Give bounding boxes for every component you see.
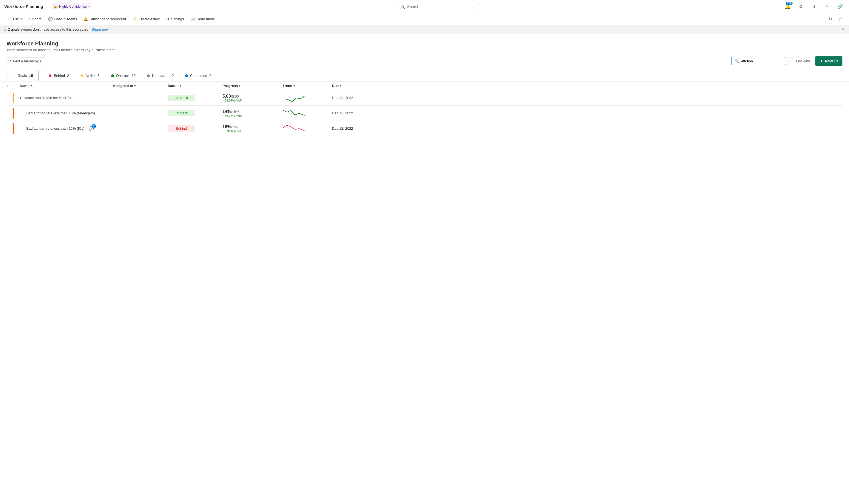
stats-row: ✓ Goals 15 Behind 2 At risk 3 On track 1…: [0, 70, 849, 82]
file-menu-button[interactable]: 📄 File ▾: [4, 15, 25, 23]
stat-goals[interactable]: ✓ Goals 15: [6, 70, 39, 81]
status-col-label: Status: [168, 84, 178, 88]
row1-progress-target: /5.00: [231, 94, 239, 98]
top-bar-right: 🔔 119 ⚙ ⬇ ? 🔗: [783, 2, 845, 11]
completed-count: 0: [209, 74, 211, 78]
ontrack-dot: [111, 74, 114, 77]
settings-gear-icon: ⚙: [166, 17, 170, 21]
completed-dot: [185, 74, 188, 77]
share-now-link[interactable]: Share now.: [91, 28, 109, 32]
global-search-input[interactable]: [407, 4, 475, 9]
row2-progress-main: 14%: [222, 109, 231, 114]
global-search-box[interactable]: 🔍: [397, 3, 479, 10]
list-view-button[interactable]: ☰ List view: [788, 57, 813, 65]
row1-due: Dec 12, 2022: [332, 96, 376, 100]
stat-behind[interactable]: Behind 2: [43, 70, 75, 81]
table-row: Bad attrition rate less than 15% (Manage…: [6, 106, 843, 121]
ontrack-label: On track: [116, 74, 129, 78]
row1-name-cell: ▾ Attract and Retain the Best Talent: [20, 96, 113, 100]
chat-in-teams-button[interactable]: 💬 Chat in Teams: [46, 15, 80, 23]
hierarchy-label: Select a hierarchy: [10, 59, 39, 63]
row3-progress-main: 16%: [222, 125, 231, 129]
hierarchy-dropdown[interactable]: Select a hierarchy ▾: [6, 57, 45, 65]
settings-button[interactable]: ⚙ Settings: [163, 15, 187, 23]
subscribe-icon: 🔔: [84, 17, 88, 21]
share-link-icon-btn[interactable]: 🔗: [836, 2, 845, 11]
controls-bar: Select a hierarchy ▾ 🔍 ☰ List view ＋ New…: [0, 56, 849, 70]
sensitivity-label: Highly Confidential: [59, 5, 87, 8]
create-flow-label: Create a flow: [139, 17, 160, 21]
due-sort-icon: ▾: [340, 84, 342, 88]
status-sort-icon: ▾: [180, 84, 181, 88]
sensitivity-chevron[interactable]: ▾: [88, 5, 90, 8]
flow-icon: ⚡: [133, 17, 137, 21]
atrisk-dot: [81, 74, 83, 77]
new-button[interactable]: ＋ New ▾: [815, 56, 843, 66]
col-progress[interactable]: Progress ▾: [222, 84, 283, 88]
filter-search-input[interactable]: [741, 59, 782, 63]
new-chevron: ▾: [836, 59, 838, 63]
col-trend[interactable]: Trend ▾: [283, 84, 332, 88]
sensitivity-icon: 🔒: [53, 4, 57, 8]
col-assigned[interactable]: Assigned to ▾: [113, 84, 168, 88]
row1-name: Attract and Retain the Best Talent: [23, 96, 76, 100]
notice-close-button[interactable]: ✕: [842, 28, 845, 32]
download-icon-btn[interactable]: ⬇: [810, 2, 818, 11]
filter-search-box[interactable]: 🔍: [731, 57, 786, 65]
goals-label: Goals: [18, 74, 27, 78]
read-mode-label: Read mode: [197, 17, 215, 21]
app-title: Workforce Planning: [4, 4, 43, 9]
read-mode-button[interactable]: 📖 Read mode: [188, 15, 218, 23]
hierarchy-chevron: ▾: [40, 59, 41, 63]
stat-atrisk[interactable]: At risk 3: [75, 70, 105, 81]
new-label: New: [825, 59, 833, 63]
favorite-button[interactable]: ☆: [836, 15, 845, 23]
notification-count: 119: [786, 2, 793, 5]
stat-notstarted[interactable]: Not started 0: [141, 70, 179, 81]
table-header: » Name ▾ Assigned to ▾ Status ▾ Progress…: [6, 82, 843, 90]
subscribe-button[interactable]: 🔔 Subscribe to scorecard: [81, 15, 129, 23]
row3-status-cell: Behind: [168, 125, 222, 132]
table-container: » Name ▾ Assigned to ▾ Status ▾ Progress…: [0, 82, 849, 136]
col-due[interactable]: Due ▾: [332, 84, 376, 88]
col-name[interactable]: Name ▾: [20, 84, 113, 88]
top-bar: Workforce Planning | 🔒 Highly Confidenti…: [0, 0, 849, 13]
stat-ontrack[interactable]: On track 10: [105, 70, 142, 81]
expand-all-icon[interactable]: »: [6, 84, 8, 88]
row3-comment-badge[interactable]: 💬 2: [89, 126, 94, 131]
progress-sort-icon: ▾: [239, 84, 240, 88]
row1-collapse-icon[interactable]: ▾: [20, 96, 21, 100]
row1-status-badge: On track: [168, 95, 195, 101]
row3-expand-cell: [6, 123, 20, 134]
settings-label: Settings: [171, 17, 184, 21]
stat-completed[interactable]: Completed 0: [179, 70, 217, 81]
help-icon-btn[interactable]: ?: [823, 2, 831, 11]
create-flow-button[interactable]: ⚡ Create a flow: [130, 15, 162, 23]
behind-label: Behind: [54, 74, 65, 78]
row3-indicator: [13, 123, 14, 134]
row1-progress-cell: 5.00/5.00 ↑ 66.67% MoM: [222, 94, 283, 102]
share-label: Share: [32, 17, 41, 21]
row1-progress-change: ↑ 66.67% MoM: [222, 99, 283, 102]
page-header: Workforce Planning Team scorecard for tr…: [0, 34, 849, 56]
notification-button[interactable]: 🔔 119: [783, 2, 792, 11]
settings-icon-btn[interactable]: ⚙: [796, 2, 805, 11]
row3-due: Dec 12, 2022: [332, 126, 376, 130]
assigned-col-label: Assigned to: [113, 84, 133, 88]
row1-trend-cell: [283, 92, 332, 104]
top-bar-left: Workforce Planning | 🔒 Highly Confidenti…: [4, 3, 92, 9]
row2-trend-cell: [283, 107, 332, 119]
page-title: Workforce Planning: [6, 40, 843, 47]
row1-status-cell: On track: [168, 95, 222, 101]
col-expand: »: [6, 84, 20, 88]
file-chevron: ▾: [20, 17, 22, 21]
goals-count: 15: [29, 74, 33, 78]
row3-progress-cell: 16%/15% ↑ 9.99% MoM: [222, 125, 283, 133]
refresh-button[interactable]: ↻: [826, 15, 835, 23]
row2-status-cell: On track: [168, 110, 222, 116]
row2-progress-target: /15%: [231, 110, 239, 114]
row3-comment-count: 2: [91, 124, 96, 129]
col-status[interactable]: Status ▾: [168, 84, 222, 88]
share-button[interactable]: ↑ Share: [26, 15, 45, 23]
table-row: Bad attrition rate less than 15% (ICs) 💬…: [6, 121, 843, 136]
